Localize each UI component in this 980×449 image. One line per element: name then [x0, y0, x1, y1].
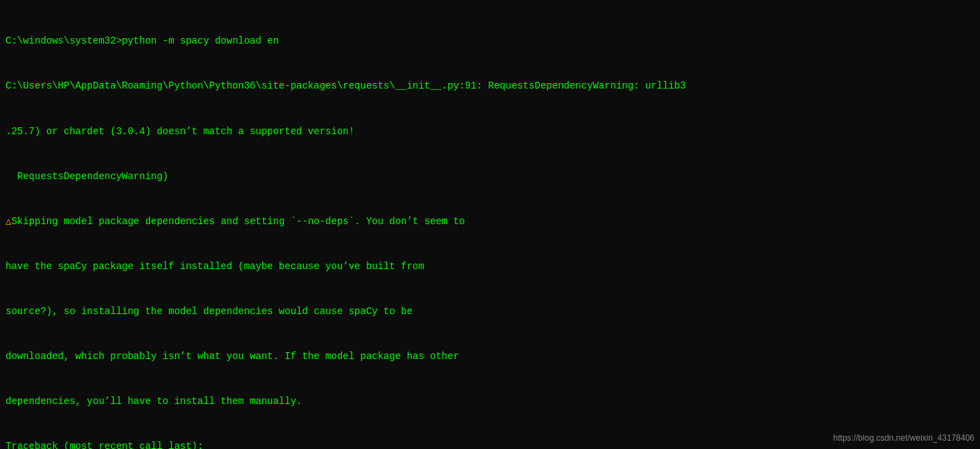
warning-icon: △ [6, 216, 11, 227]
terminal-line-4: RequestsDependencyWarning) [6, 169, 974, 185]
terminal-line-5: △Skipping model package dependencies and… [6, 214, 974, 230]
terminal-line-1: C:\windows\system32>python -m spacy down… [6, 34, 974, 49]
watermark: https://blog.csdn.net/weixin_43178406 [833, 432, 974, 445]
terminal-line-6: have the spaCy package itself installed … [6, 259, 974, 275]
terminal-line-8: downloaded, which probably isn’t what yo… [6, 349, 974, 365]
terminal-line-7: source?), so installing the model depend… [6, 304, 974, 320]
terminal-line-10: Traceback (most recent call last): [6, 439, 974, 449]
terminal-line-9: dependencies, you’ll have to install the… [6, 394, 974, 410]
terminal-window: C:\windows\system32>python -m spacy down… [0, 0, 980, 449]
terminal-line-2: C:\Users\HP\AppData\Roaming\Python\Pytho… [6, 79, 974, 94]
terminal-line-3: .25.7) or chardet (3.0.4) doesn’t match … [6, 125, 974, 140]
